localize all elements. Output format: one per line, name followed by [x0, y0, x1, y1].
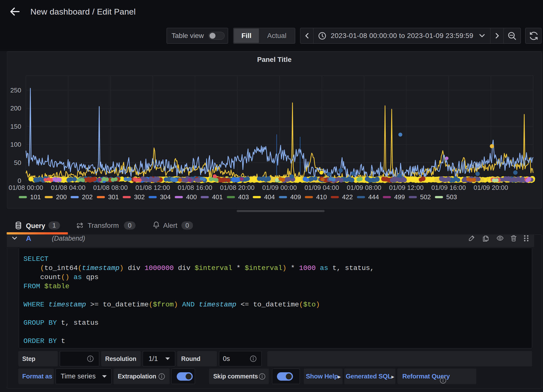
svg-text:01/08 20:00: 01/08 20:00 — [220, 184, 254, 191]
svg-text:250: 250 — [10, 87, 21, 94]
svg-text:01/08 04:00: 01/08 04:00 — [51, 184, 85, 191]
svg-text:50: 50 — [14, 159, 21, 166]
svg-text:01/08 12:00: 01/08 12:00 — [136, 184, 170, 191]
svg-text:01/08 16:00: 01/08 16:00 — [178, 184, 212, 191]
svg-text:100: 100 — [10, 141, 21, 148]
svg-text:01/09 00:00: 01/09 00:00 — [262, 184, 297, 191]
svg-text:150: 150 — [10, 123, 21, 130]
svg-text:01/09 16:00: 01/09 16:00 — [431, 184, 466, 191]
svg-text:01/08 08:00: 01/08 08:00 — [93, 184, 128, 191]
svg-text:0: 0 — [18, 177, 21, 184]
svg-text:01/09 20:00: 01/09 20:00 — [474, 184, 508, 191]
svg-text:200: 200 — [10, 105, 21, 112]
svg-text:01/08 00:00: 01/08 00:00 — [9, 184, 43, 191]
svg-text:01/09 08:00: 01/09 08:00 — [347, 184, 381, 191]
svg-text:01/09 04:00: 01/09 04:00 — [305, 184, 339, 191]
svg-text:01/09 12:00: 01/09 12:00 — [389, 184, 424, 191]
